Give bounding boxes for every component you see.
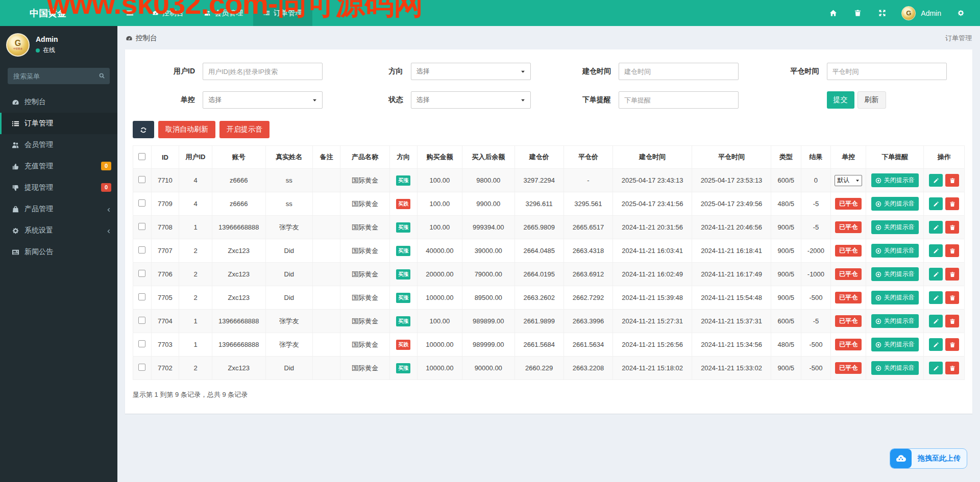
column-header: 类型: [771, 146, 801, 169]
cell-open-price: 2665.9809: [514, 216, 564, 239]
row-checkbox[interactable]: [138, 270, 145, 277]
sidebar-item-members[interactable]: 会员管理: [0, 134, 117, 156]
cell-real-name: Did: [265, 357, 312, 380]
caret-down-icon: [521, 69, 525, 74]
pencil-icon: [933, 271, 939, 277]
sidebar-item-withdraw[interactable]: 提现管理 0: [0, 177, 117, 198]
open-time-input[interactable]: [619, 63, 739, 80]
userid-search-input[interactable]: [203, 63, 323, 80]
sidebar-toggle-button[interactable]: [117, 0, 142, 26]
cell-user-id: 2: [179, 263, 212, 286]
close-sound-button[interactable]: 关闭提示音: [871, 197, 919, 211]
close-sound-button[interactable]: 关闭提示音: [871, 173, 919, 187]
online-status-dot: [36, 48, 40, 53]
edit-button[interactable]: [929, 221, 943, 234]
filter-label-status: 状态: [341, 95, 403, 105]
close-sound-button[interactable]: 关闭提示音: [871, 314, 919, 328]
cell-open-time: 2025-04-17 23:43:13: [613, 169, 692, 192]
delete-button[interactable]: [945, 197, 959, 210]
avatar: G: [901, 6, 916, 20]
sidebar-item-news[interactable]: 新闻公告: [0, 241, 117, 263]
row-checkbox[interactable]: [138, 364, 145, 371]
edit-button[interactable]: [929, 291, 943, 304]
nav-tab-dashboard[interactable]: 控制台: [142, 0, 194, 26]
refresh-button[interactable]: 刷新: [857, 91, 886, 109]
cell-user-id: 4: [179, 169, 212, 192]
cell-user-id: 4: [179, 192, 212, 216]
sidebar-item-label: 提现管理: [24, 183, 53, 192]
edit-button[interactable]: [929, 244, 943, 257]
cell-close-price: 2662.7292: [564, 286, 612, 310]
status-select[interactable]: 选择: [411, 91, 531, 109]
delete-button[interactable]: [945, 291, 959, 304]
edit-button[interactable]: [929, 315, 943, 327]
sidebar-item-dashboard[interactable]: 控制台: [0, 91, 117, 113]
sidebar-item-products[interactable]: 产品管理: [0, 198, 117, 220]
delete-button[interactable]: [945, 221, 959, 234]
direction-select[interactable]: 选择: [411, 63, 531, 80]
row-checkbox[interactable]: [138, 199, 145, 207]
close-sound-button[interactable]: 关闭提示音: [871, 338, 919, 351]
table-toolbar: 取消自动刷新 开启提示音: [133, 121, 965, 138]
enable-sound-button[interactable]: 开启提示音: [219, 121, 270, 138]
row-checkbox[interactable]: [138, 293, 145, 300]
cell-result: -5: [801, 216, 831, 239]
select-all-checkbox[interactable]: [138, 153, 145, 160]
close-sound-button[interactable]: 关闭提示音: [871, 291, 919, 305]
control-select[interactable]: 选择: [203, 91, 323, 109]
delete-button[interactable]: [945, 362, 959, 374]
cell-type: 480/5: [771, 333, 801, 357]
closed-position-badge: 已平仓: [835, 198, 862, 210]
cell-real-name: Did: [265, 286, 312, 310]
edit-button[interactable]: [929, 268, 943, 281]
cell-close-time: 2024-11-21 15:37:31: [692, 310, 771, 333]
cancel-auto-refresh-button[interactable]: 取消自动刷新: [158, 121, 215, 138]
delete-button[interactable]: [945, 338, 959, 351]
clear-cache-button[interactable]: [847, 0, 868, 26]
close-time-input[interactable]: [827, 63, 947, 80]
submit-button[interactable]: 提交: [827, 91, 854, 109]
search-icon[interactable]: [99, 72, 105, 79]
row-checkbox[interactable]: [138, 317, 145, 324]
close-sound-button[interactable]: 关闭提示音: [871, 361, 919, 375]
close-sound-button[interactable]: 关闭提示音: [871, 267, 919, 281]
sidebar-item-recharge[interactable]: 充值管理 0: [0, 156, 117, 177]
cell-balance-after: 79000.00: [462, 263, 514, 286]
row-checkbox[interactable]: [138, 246, 145, 253]
close-sound-button[interactable]: 关闭提示音: [871, 244, 919, 258]
cell-real-name: 张学友: [265, 333, 312, 357]
sidebar-item-settings[interactable]: 系统设置: [0, 220, 117, 241]
cell-balance-after: 90000.00: [462, 357, 514, 380]
edit-button[interactable]: [929, 362, 943, 374]
row-control-select[interactable]: 默认: [835, 175, 862, 186]
nav-tab-members[interactable]: 会员管理: [194, 0, 253, 26]
reload-table-button[interactable]: [133, 121, 154, 138]
delete-button[interactable]: [945, 174, 959, 187]
settings-button[interactable]: [950, 0, 971, 26]
order-alert-input[interactable]: [619, 91, 739, 109]
cell-id: 7704: [151, 310, 179, 333]
row-checkbox[interactable]: [138, 223, 145, 230]
edit-button[interactable]: [929, 338, 943, 351]
edit-button[interactable]: [929, 197, 943, 210]
edit-button[interactable]: [929, 174, 943, 187]
delete-button[interactable]: [945, 244, 959, 257]
column-header: 买入后余额: [462, 146, 514, 169]
home-icon: [829, 9, 837, 17]
close-sound-button[interactable]: 关闭提示音: [871, 220, 919, 234]
cell-user-id: 2: [179, 239, 212, 263]
row-checkbox[interactable]: [138, 176, 145, 183]
cell-account: z6666: [212, 192, 265, 216]
search-input[interactable]: [8, 68, 110, 84]
cell-real-name: Did: [265, 263, 312, 286]
delete-button[interactable]: [945, 315, 959, 327]
sidebar-item-orders[interactable]: 订单管理: [0, 113, 117, 134]
row-checkbox[interactable]: [138, 340, 145, 347]
navbar-user-menu[interactable]: G Admin: [896, 6, 946, 20]
dot-circle-icon: [875, 224, 881, 231]
delete-button[interactable]: [945, 268, 959, 281]
nav-tab-orders[interactable]: 订单管理: [253, 0, 312, 26]
home-button[interactable]: [823, 0, 843, 26]
drag-upload-button[interactable]: 拖拽至此上传: [890, 448, 967, 469]
fullscreen-button[interactable]: [872, 0, 892, 26]
